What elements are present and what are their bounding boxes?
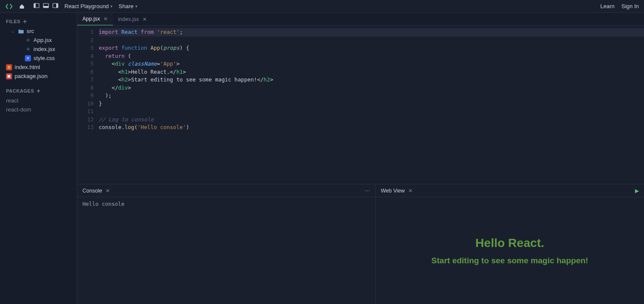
json-icon: ▣ (6, 73, 12, 79)
tree-file-package-json[interactable]: ▣ package.json (0, 72, 77, 81)
code-line: ); (99, 92, 644, 100)
preview-h1: Hello React. (475, 236, 544, 250)
share-label: Share (118, 3, 134, 9)
code-line (99, 108, 644, 116)
files-section-header: FILES + (0, 16, 77, 27)
webview-header: Web View ✕ ▶ (376, 184, 644, 197)
code-area[interactable]: import React from 'react'; export functi… (99, 26, 644, 184)
code-line: // Log to console (99, 116, 644, 124)
topbar: React Playground ▾ Share ▾ Learn Sign In (0, 0, 644, 13)
folder-icon (18, 28, 24, 34)
react-icon: ⚛ (25, 37, 31, 43)
code-line: </div> (99, 84, 644, 92)
svg-rect-1 (34, 3, 36, 8)
add-package-icon[interactable]: + (37, 87, 41, 94)
code-line: } (99, 100, 644, 108)
file-label: index.html (15, 64, 40, 70)
package-item-react-dom[interactable]: react-dom (0, 105, 77, 114)
chevron-down-icon: ⌄ (11, 29, 15, 33)
chevron-down-icon: ▾ (110, 4, 112, 9)
panel-right-icon[interactable] (52, 3, 58, 10)
tree-file-app-jsx[interactable]: ⚛ App.jsx (0, 36, 77, 45)
logo-icon[interactable] (5, 3, 13, 9)
css-icon: # (25, 55, 31, 61)
preview-h2: Start editing to see some magic happen! (431, 256, 588, 265)
console-tab[interactable]: Console ✕ (82, 188, 110, 194)
tab-label: App.jsx (82, 16, 100, 22)
html-icon: ◇ (6, 64, 12, 70)
bottom-panels: Console ✕ ⋯ Hello console Web View ✕ (77, 184, 644, 304)
webview-output: Hello React. Start editing to see some m… (376, 197, 644, 304)
packages-header-label: PACKAGES (6, 88, 34, 93)
webview-tab[interactable]: Web View ✕ (381, 188, 413, 194)
code-line: <h2>Start editing to see some magic happ… (99, 76, 644, 84)
line-gutter: 1 2 3 4 5 6 7 8 9 10 11 12 13 (77, 26, 99, 184)
tree-file-index-html[interactable]: ◇ index.html (0, 63, 77, 72)
file-label: style.css (33, 55, 55, 61)
code-line: console.log('Hello console') (99, 123, 644, 132)
add-file-icon[interactable]: + (23, 18, 27, 25)
close-icon[interactable]: ✕ (143, 16, 147, 22)
playground-label: React Playground (64, 3, 109, 9)
learn-link[interactable]: Learn (600, 3, 614, 9)
panel-left-icon[interactable] (33, 3, 39, 10)
chevron-down-icon: ▾ (135, 4, 137, 9)
tree-file-index-jsx[interactable]: ⚛ index.jsx (0, 45, 77, 54)
console-output: Hello console (77, 197, 375, 304)
code-line: import React from 'react'; (99, 28, 644, 36)
editor-tabs: App.jsx ✕ index.jsx ✕ (77, 13, 644, 26)
folder-label: src (27, 28, 34, 34)
console-header: Console ✕ ⋯ (77, 184, 375, 197)
files-header-label: FILES (6, 19, 21, 24)
react-icon: ⚛ (25, 46, 31, 52)
code-line (99, 36, 644, 45)
package-item-react[interactable]: react (0, 96, 77, 105)
tree-file-style-css[interactable]: # style.css (0, 54, 77, 63)
console-line: Hello console (82, 201, 370, 207)
code-line: return ( (99, 52, 644, 60)
code-line: <div className='App'> (99, 60, 644, 68)
webview-tab-label: Web View (381, 188, 405, 194)
packages-section-header: PACKAGES + (0, 86, 77, 96)
panel-bottom-icon[interactable] (43, 3, 49, 10)
home-icon[interactable] (19, 3, 25, 9)
sidebar: FILES + ⌄ src ⚛ App.jsx ⚛ index.jsx # st… (0, 13, 77, 304)
file-label: package.json (15, 73, 48, 79)
code-line: <h1>Hello React.</h1> (99, 68, 644, 76)
tab-label: index.jsx (118, 16, 139, 22)
close-icon[interactable]: ✕ (408, 188, 413, 194)
svg-rect-5 (56, 3, 58, 8)
tree-folder-src[interactable]: ⌄ src (0, 27, 77, 36)
playground-dropdown[interactable]: React Playground ▾ (64, 3, 112, 9)
layout-toggles (33, 3, 58, 10)
signin-link[interactable]: Sign In (622, 3, 639, 9)
more-icon[interactable]: ⋯ (365, 187, 370, 194)
play-icon[interactable]: ▶ (635, 188, 639, 194)
webview-panel: Web View ✕ ▶ Hello React. Start editing … (376, 184, 644, 304)
close-icon[interactable]: ✕ (106, 188, 110, 194)
file-label: App.jsx (33, 37, 52, 43)
console-panel: Console ✕ ⋯ Hello console (77, 184, 376, 304)
share-dropdown[interactable]: Share ▾ (118, 3, 137, 9)
code-editor[interactable]: 1 2 3 4 5 6 7 8 9 10 11 12 13 import Rea… (77, 26, 644, 184)
console-tab-label: Console (82, 188, 102, 194)
tab-app-jsx[interactable]: App.jsx ✕ (77, 13, 113, 25)
tab-index-jsx[interactable]: index.jsx ✕ (113, 13, 152, 25)
code-line: export function App(props) { (99, 44, 644, 52)
close-icon[interactable]: ✕ (103, 16, 108, 22)
svg-rect-3 (43, 6, 49, 8)
file-label: index.jsx (33, 46, 55, 52)
